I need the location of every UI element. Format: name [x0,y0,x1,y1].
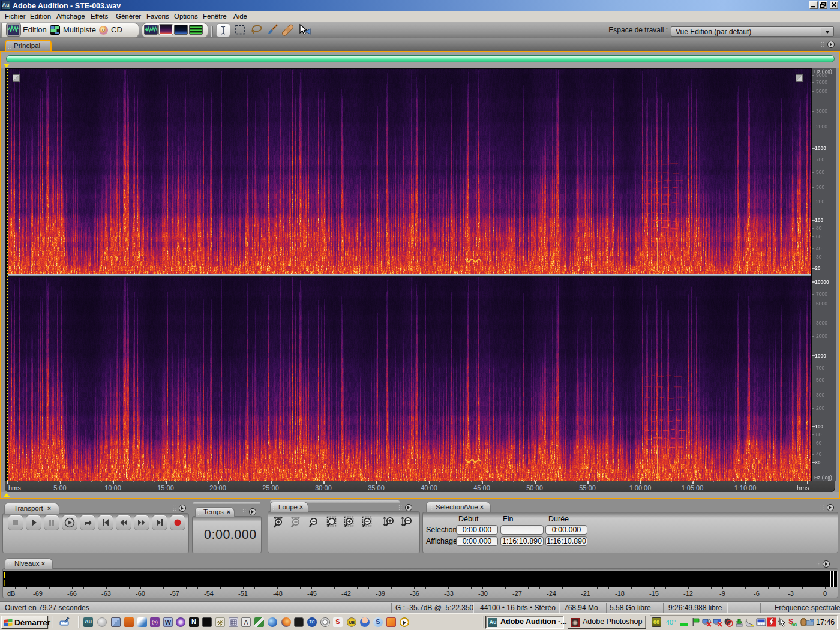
svg-text:98: 98 [791,622,797,627]
